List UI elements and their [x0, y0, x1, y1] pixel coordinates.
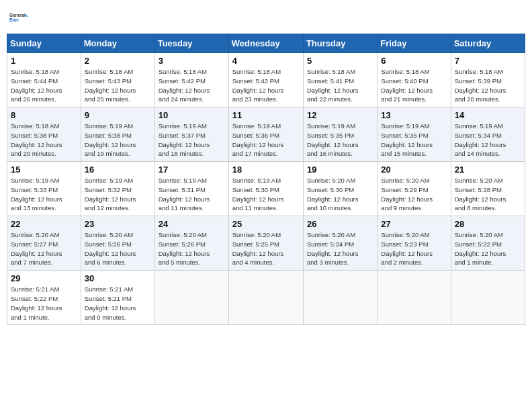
day-number: 14	[455, 110, 521, 120]
col-header-saturday: Saturday	[451, 34, 525, 53]
calendar-cell: 30Sunrise: 5:21 AM Sunset: 5:21 PM Dayli…	[81, 271, 154, 325]
calendar-cell: 21Sunrise: 5:20 AM Sunset: 5:28 PM Dayli…	[451, 162, 525, 216]
calendar-cell: 20Sunrise: 5:20 AM Sunset: 5:29 PM Dayli…	[378, 162, 451, 216]
day-info: Sunrise: 5:20 AM Sunset: 5:26 PM Dayligh…	[85, 230, 151, 267]
day-number: 23	[85, 219, 151, 229]
day-info: Sunrise: 5:19 AM Sunset: 5:32 PM Dayligh…	[85, 176, 151, 213]
day-info: Sunrise: 5:20 AM Sunset: 5:26 PM Dayligh…	[159, 230, 225, 267]
calendar-cell: 17Sunrise: 5:19 AM Sunset: 5:31 PM Dayli…	[154, 162, 228, 216]
calendar-table: SundayMondayTuesdayWednesdayThursdayFrid…	[7, 34, 525, 325]
calendar-cell: 10Sunrise: 5:19 AM Sunset: 5:37 PM Dayli…	[154, 107, 228, 162]
day-info: Sunrise: 5:19 AM Sunset: 5:31 PM Dayligh…	[159, 176, 225, 213]
svg-marker-2	[25, 14, 29, 17]
calendar-cell: 24Sunrise: 5:20 AM Sunset: 5:26 PM Dayli…	[154, 216, 228, 271]
calendar-cell: 25Sunrise: 5:20 AM Sunset: 5:25 PM Dayli…	[228, 216, 303, 271]
calendar-cell: 28Sunrise: 5:20 AM Sunset: 5:22 PM Dayli…	[451, 216, 525, 271]
col-header-friday: Friday	[378, 34, 451, 53]
day-number: 16	[85, 165, 151, 175]
svg-text:General: General	[9, 13, 26, 17]
page-header: GeneralBlue	[7, 7, 525, 28]
logo: GeneralBlue	[9, 7, 31, 28]
day-info: Sunrise: 5:20 AM Sunset: 5:27 PM Dayligh…	[11, 230, 77, 267]
day-info: Sunrise: 5:20 AM Sunset: 5:28 PM Dayligh…	[455, 176, 521, 213]
day-info: Sunrise: 5:18 AM Sunset: 5:38 PM Dayligh…	[11, 122, 77, 158]
day-number: 9	[85, 110, 151, 120]
day-number: 21	[455, 165, 521, 175]
day-number: 3	[159, 56, 225, 66]
calendar-cell	[303, 271, 377, 325]
calendar-cell	[451, 271, 525, 325]
day-info: Sunrise: 5:19 AM Sunset: 5:34 PM Dayligh…	[455, 122, 521, 158]
day-number: 20	[381, 165, 447, 175]
day-info: Sunrise: 5:20 AM Sunset: 5:30 PM Dayligh…	[307, 176, 373, 213]
day-number: 6	[381, 56, 447, 66]
day-info: Sunrise: 5:20 AM Sunset: 5:25 PM Dayligh…	[232, 230, 300, 267]
col-header-thursday: Thursday	[303, 34, 377, 53]
calendar-cell	[378, 271, 451, 325]
calendar-cell: 12Sunrise: 5:19 AM Sunset: 5:35 PM Dayli…	[303, 107, 377, 162]
day-number: 22	[11, 219, 77, 229]
calendar-cell: 23Sunrise: 5:20 AM Sunset: 5:26 PM Dayli…	[81, 216, 154, 271]
day-info: Sunrise: 5:21 AM Sunset: 5:21 PM Dayligh…	[85, 285, 151, 322]
calendar-cell: 18Sunrise: 5:19 AM Sunset: 5:30 PM Dayli…	[228, 162, 303, 216]
day-info: Sunrise: 5:20 AM Sunset: 5:22 PM Dayligh…	[455, 230, 521, 267]
day-info: Sunrise: 5:18 AM Sunset: 5:41 PM Dayligh…	[307, 67, 373, 104]
calendar-cell: 11Sunrise: 5:19 AM Sunset: 5:36 PM Dayli…	[228, 107, 303, 162]
day-number: 8	[11, 110, 77, 120]
day-info: Sunrise: 5:19 AM Sunset: 5:30 PM Dayligh…	[232, 176, 300, 213]
calendar-cell: 13Sunrise: 5:19 AM Sunset: 5:35 PM Dayli…	[378, 107, 451, 162]
day-number: 10	[159, 110, 225, 120]
calendar-cell: 1Sunrise: 5:18 AM Sunset: 5:44 PM Daylig…	[7, 53, 81, 107]
calendar-week-2: 8Sunrise: 5:18 AM Sunset: 5:38 PM Daylig…	[7, 107, 525, 162]
day-info: Sunrise: 5:19 AM Sunset: 5:37 PM Dayligh…	[159, 122, 225, 158]
calendar-header-row: SundayMondayTuesdayWednesdayThursdayFrid…	[7, 34, 525, 53]
day-number: 11	[232, 110, 300, 120]
calendar-week-4: 22Sunrise: 5:20 AM Sunset: 5:27 PM Dayli…	[7, 216, 525, 271]
day-number: 30	[85, 273, 151, 283]
day-info: Sunrise: 5:20 AM Sunset: 5:29 PM Dayligh…	[381, 176, 447, 213]
day-number: 18	[232, 165, 300, 175]
day-info: Sunrise: 5:19 AM Sunset: 5:33 PM Dayligh…	[11, 176, 77, 213]
day-number: 29	[11, 273, 77, 283]
day-number: 15	[11, 165, 77, 175]
calendar-cell: 19Sunrise: 5:20 AM Sunset: 5:30 PM Dayli…	[303, 162, 377, 216]
day-number: 27	[381, 219, 447, 229]
calendar-cell	[154, 271, 228, 325]
day-number: 13	[381, 110, 447, 120]
day-number: 12	[307, 110, 373, 120]
calendar-cell: 7Sunrise: 5:18 AM Sunset: 5:39 PM Daylig…	[451, 53, 525, 107]
calendar-cell: 22Sunrise: 5:20 AM Sunset: 5:27 PM Dayli…	[7, 216, 81, 271]
calendar-week-3: 15Sunrise: 5:19 AM Sunset: 5:33 PM Dayli…	[7, 162, 525, 216]
col-header-monday: Monday	[81, 34, 154, 53]
calendar-cell: 14Sunrise: 5:19 AM Sunset: 5:34 PM Dayli…	[451, 107, 525, 162]
day-number: 19	[307, 165, 373, 175]
day-info: Sunrise: 5:18 AM Sunset: 5:43 PM Dayligh…	[85, 67, 151, 104]
logo-icon: GeneralBlue	[9, 7, 31, 28]
calendar-cell: 9Sunrise: 5:19 AM Sunset: 5:38 PM Daylig…	[81, 107, 154, 162]
day-info: Sunrise: 5:18 AM Sunset: 5:42 PM Dayligh…	[232, 67, 300, 104]
calendar-cell: 6Sunrise: 5:18 AM Sunset: 5:40 PM Daylig…	[378, 53, 451, 107]
day-info: Sunrise: 5:20 AM Sunset: 5:24 PM Dayligh…	[307, 230, 373, 267]
col-header-wednesday: Wednesday	[228, 34, 303, 53]
day-info: Sunrise: 5:18 AM Sunset: 5:39 PM Dayligh…	[455, 67, 521, 104]
calendar-cell: 2Sunrise: 5:18 AM Sunset: 5:43 PM Daylig…	[81, 53, 154, 107]
calendar-cell: 16Sunrise: 5:19 AM Sunset: 5:32 PM Dayli…	[81, 162, 154, 216]
day-info: Sunrise: 5:19 AM Sunset: 5:36 PM Dayligh…	[232, 122, 300, 158]
day-info: Sunrise: 5:18 AM Sunset: 5:40 PM Dayligh…	[381, 67, 447, 104]
day-number: 26	[307, 219, 373, 229]
calendar-cell: 5Sunrise: 5:18 AM Sunset: 5:41 PM Daylig…	[303, 53, 377, 107]
svg-text:Blue: Blue	[9, 17, 19, 22]
day-number: 25	[232, 219, 300, 229]
day-info: Sunrise: 5:18 AM Sunset: 5:42 PM Dayligh…	[159, 67, 225, 104]
day-number: 28	[455, 219, 521, 229]
calendar-cell: 3Sunrise: 5:18 AM Sunset: 5:42 PM Daylig…	[154, 53, 228, 107]
day-number: 7	[455, 56, 521, 66]
calendar-cell: 8Sunrise: 5:18 AM Sunset: 5:38 PM Daylig…	[7, 107, 81, 162]
calendar-cell	[228, 271, 303, 325]
calendar-week-5: 29Sunrise: 5:21 AM Sunset: 5:22 PM Dayli…	[7, 271, 525, 325]
day-info: Sunrise: 5:18 AM Sunset: 5:44 PM Dayligh…	[11, 67, 77, 104]
calendar-cell: 26Sunrise: 5:20 AM Sunset: 5:24 PM Dayli…	[303, 216, 377, 271]
calendar-week-1: 1Sunrise: 5:18 AM Sunset: 5:44 PM Daylig…	[7, 53, 525, 107]
calendar-cell: 15Sunrise: 5:19 AM Sunset: 5:33 PM Dayli…	[7, 162, 81, 216]
col-header-tuesday: Tuesday	[154, 34, 228, 53]
